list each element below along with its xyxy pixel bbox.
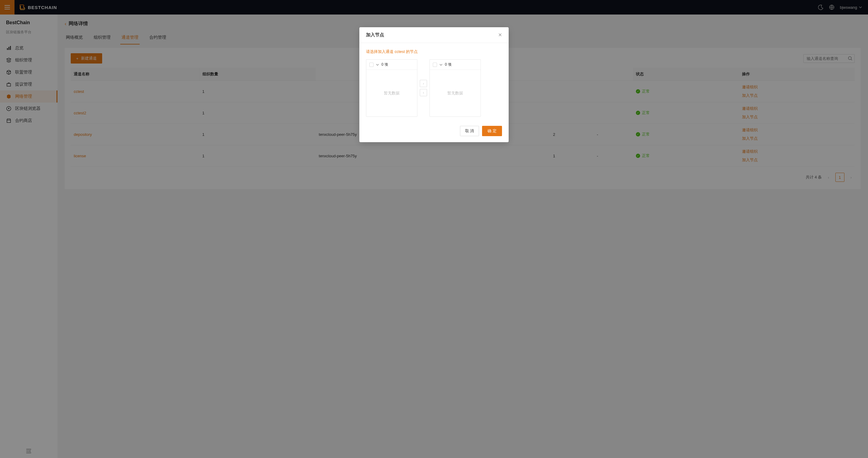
transfer-source: 0 项 暂无数据: [366, 59, 417, 117]
transfer-right-button[interactable]: ›: [420, 80, 427, 87]
chevron-down-icon[interactable]: [376, 64, 379, 66]
modal-hint: 请选择加入通道 cctest 的节点: [366, 49, 502, 54]
modal-overlay[interactable]: 加入节点 ✕ 请选择加入通道 cctest 的节点 0 项 暂无数据 › ‹: [0, 0, 868, 458]
modal-title: 加入节点: [366, 32, 498, 38]
transfer-target-count: 0 项: [445, 62, 452, 67]
transfer-source-checkbox[interactable]: [369, 63, 374, 67]
modal-confirm-button[interactable]: 确 定: [482, 126, 502, 136]
transfer-target: 0 项 暂无数据: [430, 59, 481, 117]
transfer-source-empty: 暂无数据: [366, 70, 417, 116]
transfer-target-checkbox[interactable]: [433, 63, 437, 67]
chevron-down-icon[interactable]: [439, 64, 442, 66]
transfer-source-count: 0 项: [381, 62, 388, 67]
transfer-widget: 0 项 暂无数据 › ‹ 0 项 暂无数据: [366, 59, 502, 117]
modal-close-button[interactable]: ✕: [498, 32, 502, 38]
join-node-modal: 加入节点 ✕ 请选择加入通道 cctest 的节点 0 项 暂无数据 › ‹: [359, 27, 509, 142]
transfer-left-button[interactable]: ‹: [420, 89, 427, 96]
transfer-target-empty: 暂无数据: [430, 70, 480, 116]
modal-cancel-button[interactable]: 取 消: [460, 126, 479, 136]
